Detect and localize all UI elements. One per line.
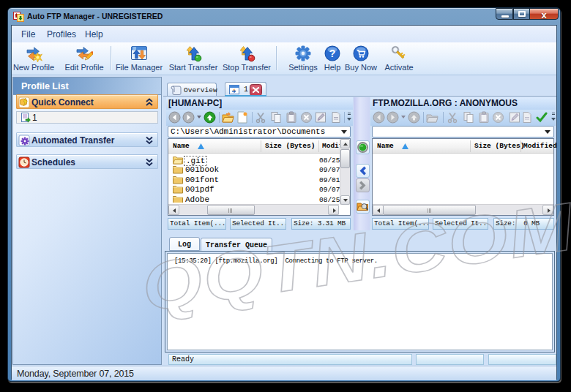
svg-text:?: ? — [329, 48, 336, 59]
